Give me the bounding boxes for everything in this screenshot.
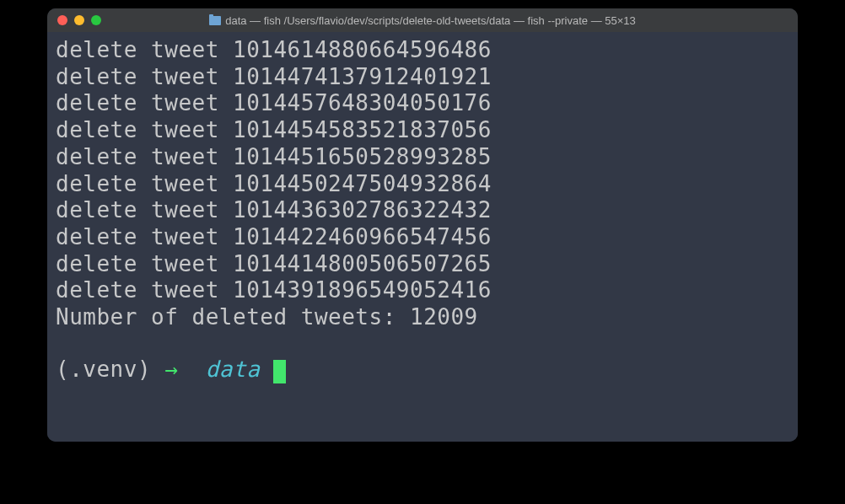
minimize-icon[interactable] — [74, 15, 84, 25]
prompt-arrow: → — [164, 357, 178, 382]
terminal-body[interactable]: delete tweet 1014614880664596486 delete … — [47, 32, 798, 442]
output-line: delete tweet 1014450247504932864 — [56, 171, 789, 198]
terminal-window: data — fish /Users/flavio/dev/scripts/de… — [47, 8, 798, 442]
cursor — [273, 360, 286, 383]
output-line: delete tweet 1014454583521837056 — [56, 117, 789, 144]
traffic-lights — [57, 15, 101, 25]
maximize-icon[interactable] — [91, 15, 101, 25]
output-line: Number of deleted tweets: 12009 — [56, 304, 789, 331]
close-icon[interactable] — [57, 15, 67, 25]
output-line: delete tweet 1014391896549052416 — [56, 277, 789, 304]
window-title: data — fish /Users/flavio/dev/scripts/de… — [47, 14, 798, 27]
output-line: delete tweet 1014614880664596486 — [56, 37, 789, 64]
output-line: delete tweet 1014414800506507265 — [56, 251, 789, 278]
output-line: delete tweet 1014451650528993285 — [56, 144, 789, 171]
output-line: delete tweet 1014457648304050176 — [56, 90, 789, 117]
folder-icon — [209, 16, 221, 25]
window-title-text: data — fish /Users/flavio/dev/scripts/de… — [225, 14, 636, 27]
prompt-dir: data — [206, 357, 261, 382]
prompt-venv: (.venv) — [56, 357, 151, 382]
output-line: delete tweet 1014474137912401921 — [56, 64, 789, 91]
output-line: delete tweet 1014422460966547456 — [56, 224, 789, 251]
titlebar[interactable]: data — fish /Users/flavio/dev/scripts/de… — [47, 8, 798, 32]
output-line: delete tweet 1014436302786322432 — [56, 197, 789, 224]
prompt-line[interactable]: (.venv) → data — [56, 357, 789, 383]
